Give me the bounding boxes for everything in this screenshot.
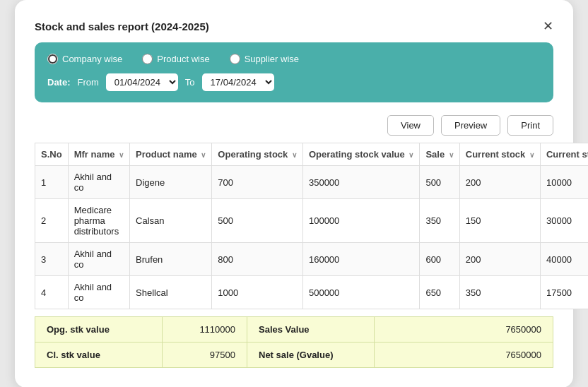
from-date-select[interactable]: 01/04/2024	[106, 73, 178, 91]
table-row: 4Akhil and coShellcal1000500000650350175…	[35, 276, 589, 309]
radio-company-wise-input[interactable]	[47, 54, 58, 64]
radio-supplier-wise-input[interactable]	[230, 54, 240, 64]
opg-stk-value: 1110000	[163, 317, 247, 343]
net-sale-label: Net sale (Gvalue)	[247, 343, 375, 368]
cl-stk-label: Cl. stk value	[35, 343, 163, 368]
col-op-stock-val[interactable]: Operating stock value ∨	[302, 143, 419, 166]
close-button[interactable]: ✕	[543, 20, 553, 32]
from-label: From	[78, 77, 99, 88]
radio-supplier-wise[interactable]: Supplier wise	[230, 54, 299, 64]
radio-group: Company wise Product wise Supplier wise	[47, 54, 541, 64]
col-mfr[interactable]: Mfr name ∨	[68, 143, 129, 166]
summary-table: Opg. stk value 1110000 Sales Value 76500…	[35, 316, 553, 368]
date-row: Date: From 01/04/2024 To 17/04/2024	[47, 73, 541, 91]
main-card: Stock and sales report (2024-2025) ✕ Com…	[15, 0, 573, 387]
summary-row-2: Cl. stk value 97500 Net sale (Gvalue) 76…	[35, 343, 553, 368]
preview-button[interactable]: Preview	[441, 115, 500, 136]
radio-product-wise-input[interactable]	[142, 54, 153, 64]
table-row: 3Akhil and coBrufen80016000060020040000	[35, 243, 589, 276]
col-product[interactable]: Product name ∨	[130, 143, 212, 166]
modal-header: Stock and sales report (2024-2025) ✕	[35, 20, 553, 32]
radio-product-wise[interactable]: Product wise	[142, 54, 209, 64]
table-header-row: S.No Mfr name ∨ Product name ∨ Operating…	[35, 143, 589, 166]
col-cur-stock[interactable]: Current stock ∨	[459, 143, 540, 166]
modal-title: Stock and sales report (2024-2025)	[35, 20, 209, 32]
col-op-stock[interactable]: Operating stock ∨	[212, 143, 303, 166]
table-row: 2Medicare pharma distributorsCalsan50010…	[35, 199, 589, 243]
view-button[interactable]: View	[387, 115, 434, 136]
action-buttons: View Preview Print	[35, 115, 553, 136]
summary-row-1: Opg. stk value 1110000 Sales Value 76500…	[35, 317, 553, 343]
to-date-select[interactable]: 17/04/2024	[202, 73, 274, 91]
opg-stk-label: Opg. stk value	[35, 317, 163, 343]
radio-company-wise[interactable]: Company wise	[47, 54, 122, 64]
date-label: Date:	[47, 77, 71, 88]
sales-value-label: Sales Value	[247, 317, 375, 343]
report-table: S.No Mfr name ∨ Product name ∨ Operating…	[35, 143, 588, 309]
print-button[interactable]: Print	[507, 115, 553, 136]
to-label: To	[185, 77, 195, 88]
sales-value: 7650000	[375, 317, 553, 343]
col-cur-stock-val[interactable]: Current stock value ∨	[540, 143, 588, 166]
filter-section: Company wise Product wise Supplier wise …	[35, 42, 553, 102]
col-sale[interactable]: Sale ∨	[420, 143, 459, 166]
net-sale-value: 7650000	[375, 343, 553, 368]
table-row: 1Akhil and coDigene70035000050020010000	[35, 166, 589, 199]
col-sno: S.No	[35, 143, 69, 166]
cl-stk-value: 97500	[163, 343, 247, 368]
